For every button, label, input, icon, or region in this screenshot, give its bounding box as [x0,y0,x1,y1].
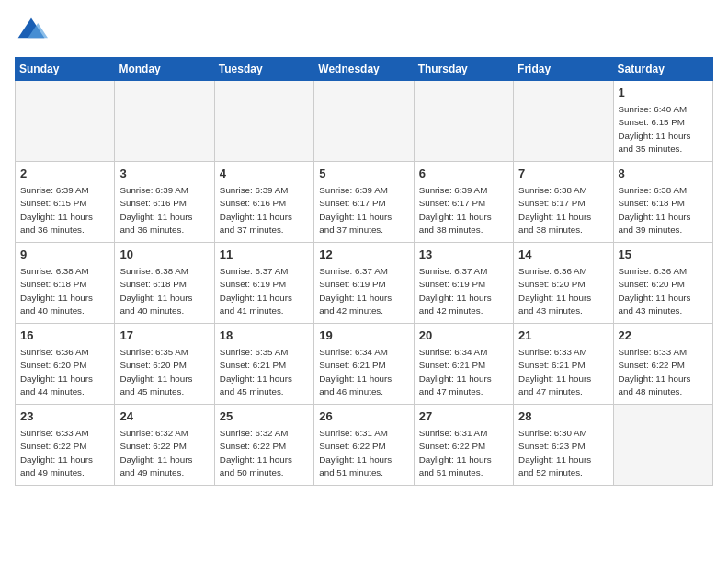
day-number: 23 [20,408,109,425]
day-info: Sunrise: 6:35 AM Sunset: 6:21 PM Dayligh… [220,346,309,398]
day-info: Sunrise: 6:36 AM Sunset: 6:20 PM Dayligh… [619,265,708,317]
weekday-header-saturday: Saturday [613,58,712,81]
day-number: 17 [119,327,209,344]
day-number: 18 [220,327,309,344]
day-number: 13 [419,247,508,263]
calendar-cell-w4d5: 28Sunrise: 6:30 AM Sunset: 6:23 PM Dayli… [514,405,613,486]
day-info: Sunrise: 6:34 AM Sunset: 6:21 PM Dayligh… [419,346,508,398]
day-number: 22 [619,327,708,344]
day-info: Sunrise: 6:39 AM Sunset: 6:17 PM Dayligh… [419,184,508,236]
weekday-header-monday: Monday [115,58,214,81]
calendar-cell-w1d3: 5Sunrise: 6:39 AM Sunset: 6:17 PM Daylig… [314,162,414,243]
day-number: 3 [119,166,209,182]
calendar-cell-w1d5: 7Sunrise: 6:38 AM Sunset: 6:17 PM Daylig… [514,162,613,243]
calendar-cell-w0d3 [314,81,414,162]
day-info: Sunrise: 6:32 AM Sunset: 6:22 PM Dayligh… [119,427,209,479]
day-number: 21 [518,327,608,344]
day-info: Sunrise: 6:39 AM Sunset: 6:15 PM Dayligh… [20,184,109,236]
day-info: Sunrise: 6:34 AM Sunset: 6:21 PM Dayligh… [319,346,408,398]
calendar-cell-w0d2 [214,81,313,162]
calendar-cell-w4d2: 25Sunrise: 6:32 AM Sunset: 6:22 PM Dayli… [214,405,313,486]
day-number: 11 [220,247,309,263]
day-number: 10 [119,247,209,263]
day-info: Sunrise: 6:39 AM Sunset: 6:16 PM Dayligh… [119,184,209,236]
day-number: 24 [119,408,209,425]
day-info: Sunrise: 6:30 AM Sunset: 6:23 PM Dayligh… [518,427,608,479]
day-info: Sunrise: 6:36 AM Sunset: 6:20 PM Dayligh… [20,346,109,398]
day-number: 16 [20,327,109,344]
day-number: 14 [518,247,608,263]
calendar-cell-w4d0: 23Sunrise: 6:33 AM Sunset: 6:22 PM Dayli… [16,405,115,486]
day-info: Sunrise: 6:33 AM Sunset: 6:22 PM Dayligh… [20,427,109,479]
day-info: Sunrise: 6:33 AM Sunset: 6:22 PM Dayligh… [619,346,708,398]
weekday-header-thursday: Thursday [414,58,513,81]
day-info: Sunrise: 6:38 AM Sunset: 6:17 PM Dayligh… [518,184,608,236]
calendar-cell-w0d5 [514,81,613,162]
calendar-cell-w2d6: 15Sunrise: 6:36 AM Sunset: 6:20 PM Dayli… [613,243,712,324]
day-info: Sunrise: 6:40 AM Sunset: 6:15 PM Dayligh… [619,103,708,155]
weekday-header-sunday: Sunday [16,58,115,81]
day-number: 19 [319,327,408,344]
calendar-cell-w3d5: 21Sunrise: 6:33 AM Sunset: 6:21 PM Dayli… [514,324,613,405]
calendar-cell-w0d4 [414,81,513,162]
weekday-header-wednesday: Wednesday [314,58,414,81]
day-info: Sunrise: 6:37 AM Sunset: 6:19 PM Dayligh… [419,265,508,317]
day-info: Sunrise: 6:32 AM Sunset: 6:22 PM Dayligh… [220,427,309,479]
calendar-cell-w0d0 [16,81,115,162]
calendar-cell-w3d4: 20Sunrise: 6:34 AM Sunset: 6:21 PM Dayli… [414,324,513,405]
calendar-cell-w2d5: 14Sunrise: 6:36 AM Sunset: 6:20 PM Dayli… [514,243,613,324]
calendar-cell-w3d2: 18Sunrise: 6:35 AM Sunset: 6:21 PM Dayli… [214,324,313,405]
day-number: 9 [20,247,109,263]
calendar-cell-w0d6: 1Sunrise: 6:40 AM Sunset: 6:15 PM Daylig… [613,81,712,162]
calendar-cell-w4d3: 26Sunrise: 6:31 AM Sunset: 6:22 PM Dayli… [314,405,414,486]
day-number: 12 [319,247,408,263]
day-info: Sunrise: 6:38 AM Sunset: 6:18 PM Dayligh… [20,265,109,317]
calendar-cell-w1d0: 2Sunrise: 6:39 AM Sunset: 6:15 PM Daylig… [16,162,115,243]
day-number: 8 [619,166,708,182]
logo-icon [15,15,48,48]
day-number: 7 [518,166,608,182]
day-number: 1 [619,85,708,101]
day-number: 26 [319,408,408,425]
calendar-cell-w0d1 [115,81,214,162]
day-info: Sunrise: 6:39 AM Sunset: 6:16 PM Dayligh… [220,184,309,236]
calendar-cell-w1d2: 4Sunrise: 6:39 AM Sunset: 6:16 PM Daylig… [214,162,313,243]
calendar-cell-w2d1: 10Sunrise: 6:38 AM Sunset: 6:18 PM Dayli… [115,243,214,324]
day-number: 28 [518,408,608,425]
calendar-cell-w4d6 [613,405,712,486]
day-number: 25 [220,408,309,425]
day-number: 15 [619,247,708,263]
calendar-cell-w2d0: 9Sunrise: 6:38 AM Sunset: 6:18 PM Daylig… [16,243,115,324]
weekday-header-friday: Friday [514,58,613,81]
calendar-cell-w2d3: 12Sunrise: 6:37 AM Sunset: 6:19 PM Dayli… [314,243,414,324]
day-number: 2 [20,166,109,182]
day-number: 20 [419,327,508,344]
calendar-cell-w1d1: 3Sunrise: 6:39 AM Sunset: 6:16 PM Daylig… [115,162,214,243]
page-header [15,15,713,48]
day-number: 5 [319,166,408,182]
day-number: 6 [419,166,508,182]
day-info: Sunrise: 6:37 AM Sunset: 6:19 PM Dayligh… [220,265,309,317]
calendar-cell-w3d3: 19Sunrise: 6:34 AM Sunset: 6:21 PM Dayli… [314,324,414,405]
logo [15,15,51,48]
day-info: Sunrise: 6:35 AM Sunset: 6:20 PM Dayligh… [119,346,209,398]
calendar-cell-w4d4: 27Sunrise: 6:31 AM Sunset: 6:22 PM Dayli… [414,405,513,486]
calendar-cell-w2d4: 13Sunrise: 6:37 AM Sunset: 6:19 PM Dayli… [414,243,513,324]
day-info: Sunrise: 6:31 AM Sunset: 6:22 PM Dayligh… [419,427,508,479]
day-info: Sunrise: 6:38 AM Sunset: 6:18 PM Dayligh… [119,265,209,317]
calendar-cell-w3d6: 22Sunrise: 6:33 AM Sunset: 6:22 PM Dayli… [613,324,712,405]
day-info: Sunrise: 6:37 AM Sunset: 6:19 PM Dayligh… [319,265,408,317]
day-info: Sunrise: 6:36 AM Sunset: 6:20 PM Dayligh… [518,265,608,317]
calendar-table: SundayMondayTuesdayWednesdayThursdayFrid… [15,57,713,486]
calendar-cell-w1d6: 8Sunrise: 6:38 AM Sunset: 6:18 PM Daylig… [613,162,712,243]
day-info: Sunrise: 6:31 AM Sunset: 6:22 PM Dayligh… [319,427,408,479]
day-info: Sunrise: 6:33 AM Sunset: 6:21 PM Dayligh… [518,346,608,398]
day-number: 27 [419,408,508,425]
calendar-cell-w1d4: 6Sunrise: 6:39 AM Sunset: 6:17 PM Daylig… [414,162,513,243]
calendar-cell-w2d2: 11Sunrise: 6:37 AM Sunset: 6:19 PM Dayli… [214,243,313,324]
weekday-header-tuesday: Tuesday [214,58,313,81]
day-info: Sunrise: 6:38 AM Sunset: 6:18 PM Dayligh… [619,184,708,236]
calendar-cell-w4d1: 24Sunrise: 6:32 AM Sunset: 6:22 PM Dayli… [115,405,214,486]
day-info: Sunrise: 6:39 AM Sunset: 6:17 PM Dayligh… [319,184,408,236]
calendar-cell-w3d1: 17Sunrise: 6:35 AM Sunset: 6:20 PM Dayli… [115,324,214,405]
